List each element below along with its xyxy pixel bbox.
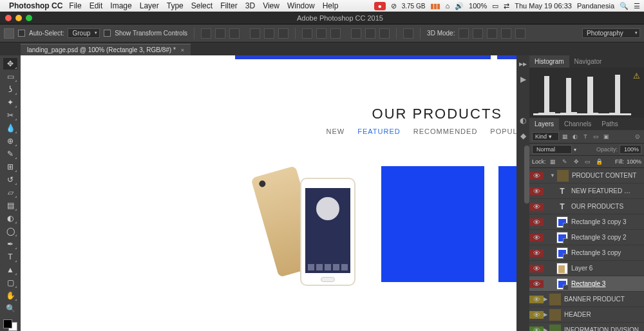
clone-stamp-tool[interactable]: ⊞	[3, 161, 17, 173]
lock-transparency-icon[interactable]: ▦	[549, 157, 558, 166]
3d-scale-button[interactable]	[515, 28, 526, 39]
auto-select-type-select[interactable]: Group	[68, 28, 100, 38]
panel-scrollbar[interactable]	[524, 55, 529, 287]
distribute-left-button[interactable]	[351, 28, 361, 39]
zoom-tool[interactable]: 🔍	[3, 303, 17, 314]
layer-name[interactable]: BANNER PRODUCT	[564, 296, 644, 303]
align-right-edges-button[interactable]	[278, 28, 289, 39]
layer-name[interactable]: Rectangle 3 copy	[571, 249, 644, 256]
filter-toggle-switch[interactable]: ⊙	[633, 133, 641, 141]
lock-artboard-icon[interactable]: ▭	[583, 157, 592, 166]
move-tool[interactable]: ✥	[3, 58, 17, 70]
group-disclosure-icon[interactable]: ▶	[544, 312, 547, 317]
layer-row[interactable]: 👁▶INFORMATION DIVISION	[529, 323, 644, 331]
document-tab[interactable]: landing_page.psd @ 100% (Rectangle 3, RG…	[21, 44, 191, 55]
menu-layer[interactable]: Layer	[140, 1, 159, 10]
layer-row[interactable]: 👁TNEW FEATURED …	[529, 184, 644, 199]
menu-file[interactable]: File	[69, 1, 81, 10]
group-disclosure-icon[interactable]: ▶	[544, 327, 547, 331]
eyedropper-tool[interactable]: 💧	[3, 122, 17, 134]
layer-filter-kind-select[interactable]: Kind ▾	[532, 132, 559, 141]
hand-tool[interactable]: ✋	[3, 290, 17, 301]
layer-row[interactable]: 👁TOUR PRODUCTS	[529, 199, 644, 214]
lock-position-icon[interactable]: ✥	[572, 157, 581, 166]
align-bottom-edges-button[interactable]	[229, 28, 240, 39]
layer-name[interactable]: PRODUCT CONTENT	[572, 172, 644, 179]
layer-visibility-toggle[interactable]: 👁	[529, 265, 544, 272]
gradient-tool[interactable]: ▤	[3, 200, 17, 211]
distribute-top-button[interactable]	[302, 28, 312, 39]
layer-visibility-toggle[interactable]: 👁	[529, 187, 544, 195]
3d-pan-button[interactable]	[487, 28, 497, 39]
battery-indicator[interactable]: 100%	[469, 2, 487, 10]
layer-row[interactable]: 👁Rectangle 3 copy 3	[529, 214, 644, 230]
workspace-switcher[interactable]: Photography	[582, 28, 640, 38]
auto-align-button[interactable]	[403, 28, 413, 39]
dropbox-icon[interactable]: ⌂	[445, 2, 450, 10]
history-brush-tool[interactable]: ↺	[3, 174, 17, 185]
brush-tool[interactable]: ✎	[3, 148, 17, 160]
window-close-button[interactable]	[5, 15, 12, 21]
marquee-tool[interactable]: ▭	[3, 71, 17, 82]
move-tool-preset-icon[interactable]	[4, 28, 14, 39]
magic-wand-tool[interactable]: ✦	[3, 97, 17, 108]
healing-brush-tool[interactable]: ⊕	[3, 135, 17, 147]
menu-type[interactable]: Type	[167, 1, 184, 10]
layer-row[interactable]: 👁Rectangle 3 copy 2	[529, 230, 644, 245]
menubar-user[interactable]: Pandanesia	[577, 2, 614, 10]
lock-all-icon[interactable]: 🔒	[595, 157, 604, 166]
volume-icon[interactable]: 🔊	[455, 2, 464, 10]
menu-3d[interactable]: 3D	[245, 1, 255, 10]
layer-name[interactable]: Rectangle 3	[571, 280, 644, 287]
opacity-input[interactable]: 100%	[620, 145, 641, 154]
document-canvas[interactable]: OUR PRODUCTS NEWFEATUREDRECOMMENDEDPOPUL…	[21, 55, 516, 331]
layer-name[interactable]: Layer 6	[571, 265, 644, 272]
layer-visibility-toggle[interactable]: 👁	[529, 280, 544, 288]
layer-name[interactable]: INFORMATION DIVISION	[564, 326, 644, 331]
menu-view[interactable]: View	[263, 1, 279, 10]
rectangle-tool[interactable]: ▢	[3, 277, 17, 288]
color-swatches[interactable]	[3, 319, 17, 331]
layer-visibility-toggle[interactable]: 👁	[529, 311, 544, 319]
align-vertical-centers-button[interactable]	[215, 28, 225, 39]
layer-name[interactable]: Rectangle 3 copy 2	[571, 234, 644, 241]
tab-paths[interactable]: Paths	[596, 118, 623, 130]
fill-input[interactable]: 100%	[627, 158, 641, 165]
distribute-bottom-button[interactable]	[330, 28, 341, 39]
blur-tool[interactable]: ◐	[3, 213, 17, 224]
layer-visibility-toggle[interactable]: 👁	[529, 172, 544, 180]
blend-mode-select[interactable]: Normal	[532, 145, 572, 154]
tab-channels[interactable]: Channels	[559, 118, 596, 130]
filter-smart-icon[interactable]: ▣	[602, 133, 611, 141]
layer-visibility-toggle[interactable]: 👁	[529, 203, 544, 211]
group-disclosure-icon[interactable]: ▼	[550, 173, 555, 178]
show-transform-checkbox[interactable]	[104, 30, 111, 37]
foreground-swatch[interactable]	[3, 319, 12, 328]
type-tool[interactable]: T	[3, 251, 17, 263]
menubar-datetime[interactable]: Thu May 19 06:33	[515, 2, 572, 10]
layer-visibility-toggle[interactable]: 👁	[529, 326, 544, 332]
notification-center-icon[interactable]: ☰	[634, 2, 640, 10]
filter-adjust-icon[interactable]: ◐	[571, 133, 580, 141]
filter-pixel-icon[interactable]: ▦	[561, 133, 569, 141]
distribute-right-button[interactable]	[379, 28, 390, 39]
eraser-tool[interactable]: ▱	[3, 187, 17, 198]
distribute-vcenter-button[interactable]	[316, 28, 327, 39]
layers-tree[interactable]: 👁▼PRODUCT CONTENT👁TNEW FEATURED …👁TOUR P…	[529, 168, 644, 331]
pen-tool[interactable]: ✒	[3, 238, 17, 250]
auto-select-checkbox[interactable]	[18, 30, 25, 37]
lock-pixels-icon[interactable]: ✎	[560, 157, 569, 166]
tab-histogram[interactable]: Histogram	[529, 55, 569, 68]
layer-name[interactable]: OUR PRODUCTS	[571, 203, 644, 210]
canvas-area[interactable]: OUR PRODUCTS NEWFEATUREDRECOMMENDEDPOPUL…	[21, 55, 516, 331]
fast-user-switch-icon[interactable]: ⇄	[504, 2, 509, 10]
layer-row[interactable]: 👁▼PRODUCT CONTENT	[529, 168, 644, 184]
menu-edit[interactable]: Edit	[90, 1, 103, 10]
layer-row[interactable]: 👁▶HEADER	[529, 307, 644, 323]
distribute-hcenter-button[interactable]	[365, 28, 375, 39]
3d-slide-button[interactable]	[501, 28, 511, 39]
lasso-tool[interactable]: ʖ	[3, 84, 17, 95]
align-horizontal-centers-button[interactable]	[264, 28, 274, 39]
layer-visibility-toggle[interactable]: 👁	[529, 234, 544, 241]
layer-name[interactable]: NEW FEATURED …	[571, 187, 644, 194]
